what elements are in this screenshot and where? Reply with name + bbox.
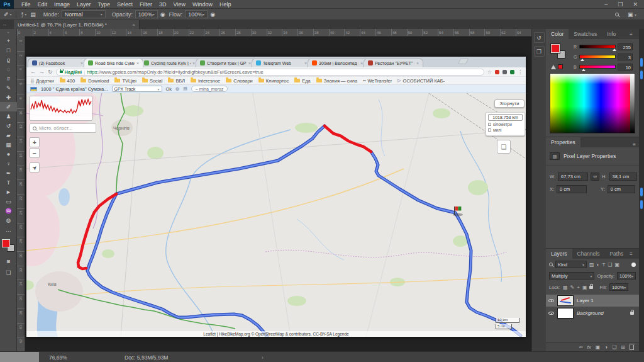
bookmark-klipartos[interactable]: Клипартос: [258, 78, 289, 84]
toggle-brush-panel-icon[interactable]: ▤: [30, 11, 36, 18]
rect-marquee-tool[interactable]: □: [0, 45, 17, 55]
blur-tool[interactable]: ●: [0, 149, 17, 159]
blue-slider[interactable]: [579, 65, 616, 69]
zoom-tool[interactable]: ◍: [0, 215, 17, 225]
y-field[interactable]: 0 cm: [608, 185, 635, 193]
tab-gpsies-route[interactable]: Road bike ride Суми | 10... ×: [84, 58, 143, 67]
tab-close-icon[interactable]: ×: [80, 61, 83, 65]
layer-row-background[interactable]: Background: [546, 307, 639, 319]
history-panel-icon[interactable]: ↺: [534, 32, 545, 43]
bookmark-slovari[interactable]: Словари: [226, 78, 252, 84]
tab-facebook[interactable]: (3) Facebook ×: [28, 58, 87, 67]
tab-color[interactable]: Color: [546, 29, 569, 39]
layer-row-layer1[interactable]: Layer 1: [546, 295, 639, 307]
eyedropper-tool[interactable]: ✎: [0, 83, 17, 93]
pen-tool[interactable]: ✒: [0, 168, 17, 178]
menu-item[interactable]: 3D: [159, 1, 167, 8]
panel-menu-icon[interactable]: ≡: [630, 251, 636, 257]
layer-group-icon[interactable]: ❏: [612, 344, 616, 350]
tab-scroll-icon[interactable]: ↔: [3, 22, 7, 26]
lock-position-icon[interactable]: +: [577, 285, 580, 290]
tab-gpsies-kyiv[interactable]: Cycling route Kyiv | 400... ×: [140, 58, 199, 67]
lock-artboard-icon[interactable]: ▣: [582, 285, 587, 290]
menu-item[interactable]: Filter: [140, 1, 152, 8]
extension-icon-gray[interactable]: [502, 70, 507, 74]
panel-foreground-swatch[interactable]: [551, 44, 560, 53]
dodge-tool[interactable]: ♀: [0, 159, 17, 168]
tab-channels[interactable]: Channels: [572, 249, 605, 259]
green-slider[interactable]: [579, 55, 616, 59]
eraser-tool[interactable]: ▰: [0, 130, 17, 140]
menu-item[interactable]: Window: [192, 1, 213, 8]
print-icon[interactable]: ▤: [183, 86, 187, 91]
bookmark-social[interactable]: Social: [142, 78, 162, 84]
back-icon[interactable]: ←: [30, 69, 36, 75]
brush-tool[interactable]: ✐: [0, 102, 17, 111]
tab-swatches[interactable]: Swatches: [569, 29, 602, 39]
blend-mode-select[interactable]: Normal▾: [62, 10, 106, 18]
color-swatches[interactable]: [2, 239, 16, 253]
pressure-opacity-icon[interactable]: ◉: [160, 11, 165, 18]
bookmark-star-icon[interactable]: ☆: [487, 69, 492, 75]
menu-item[interactable]: Select: [117, 1, 133, 8]
delete-layer-icon[interactable]: [630, 345, 634, 350]
bookmark-eda[interactable]: Еда: [294, 78, 311, 84]
layer-thumbnail[interactable]: [557, 295, 574, 306]
miles-checkbox[interactable]: [488, 128, 491, 132]
bookmark-tv[interactable]: ТVЦіві: [114, 78, 136, 84]
tab-close-icon[interactable]: ×: [136, 61, 139, 65]
close-icon[interactable]: ✕: [633, 1, 638, 8]
adjustment-layer-icon[interactable]: ◑: [604, 344, 608, 350]
shape-tool[interactable]: ▭: [0, 196, 17, 206]
address-bar[interactable]: Надійні | https://www.gpsies.com/mapOnly…: [56, 69, 484, 76]
tab-properties[interactable]: Properties: [546, 137, 580, 147]
panel-menu-icon[interactable]: ≡: [633, 142, 639, 147]
extension-icon-red[interactable]: [495, 70, 499, 74]
crop-tool[interactable]: #: [0, 74, 17, 83]
screen-mode-icon[interactable]: ❏: [0, 269, 17, 276]
ok-button[interactable]: Ok: [166, 86, 172, 92]
menu-item[interactable]: Image: [54, 1, 70, 8]
clone-stamp-tool[interactable]: ♟: [0, 111, 17, 121]
bookmark-interesnoe[interactable]: interesnoe: [191, 78, 220, 84]
gradient-tool[interactable]: ▦: [0, 140, 17, 149]
zoom-level-field[interactable]: 76,69%: [49, 354, 67, 361]
active-tool-preview[interactable]: ✐▾: [4, 11, 12, 18]
search-icon[interactable]: [615, 13, 619, 16]
restore-icon[interactable]: ❐: [618, 1, 623, 8]
link-layers-icon[interactable]: ∞: [579, 344, 583, 350]
filter-adjustment-icon[interactable]: ◐: [597, 262, 600, 268]
menu-item[interactable]: Type: [98, 1, 111, 8]
tab-close-icon[interactable]: ×: [360, 61, 363, 65]
reload-icon[interactable]: ↻: [48, 69, 53, 75]
layer-filter-select[interactable]: Kind▾: [555, 261, 587, 268]
flow-select[interactable]: 100%▾: [185, 10, 208, 18]
filter-smart-object-icon[interactable]: ▣: [614, 262, 619, 268]
tab-telegram[interactable]: Telegram Web ×: [252, 58, 311, 67]
lock-pixels-icon[interactable]: ✎: [570, 285, 575, 290]
more-tools[interactable]: …: [0, 225, 17, 234]
workspace-switcher-icon[interactable]: ▣ ▾: [628, 11, 636, 18]
tab-layers[interactable]: Layers: [546, 249, 572, 259]
red-slider[interactable]: [579, 45, 616, 48]
locate-button[interactable]: ➤: [30, 162, 40, 173]
lock-all-icon[interactable]: [589, 286, 593, 289]
panel-menu-icon[interactable]: ≡: [630, 31, 636, 37]
panel-color-swatches[interactable]: [551, 44, 567, 60]
height-field[interactable]: 38,1 cm: [609, 173, 637, 181]
menu-item[interactable]: Edit: [38, 1, 48, 8]
map[interactable]: Місто, област... + − ➤ Згорнути 1018.753…: [26, 93, 526, 337]
filter-shape-icon[interactable]: ❏: [608, 262, 612, 268]
bookmark-400[interactable]: 400: [60, 78, 75, 84]
bookmark-download[interactable]: Download: [80, 78, 109, 84]
tab-info[interactable]: Info: [602, 29, 621, 39]
path-selection-tool[interactable]: ►: [0, 187, 17, 196]
tab-close-icon[interactable]: ×: [248, 61, 251, 65]
blue-value[interactable]: 10: [618, 64, 633, 71]
move-tool[interactable]: +: [0, 36, 17, 45]
tab-paths[interactable]: Paths: [604, 249, 628, 259]
layer-blend-mode-select[interactable]: Multiply▾: [549, 272, 594, 280]
hand-tool[interactable]: ♒: [0, 206, 17, 215]
lock-transparency-icon[interactable]: ▦: [563, 285, 568, 290]
extension-icon-green[interactable]: [510, 70, 514, 74]
